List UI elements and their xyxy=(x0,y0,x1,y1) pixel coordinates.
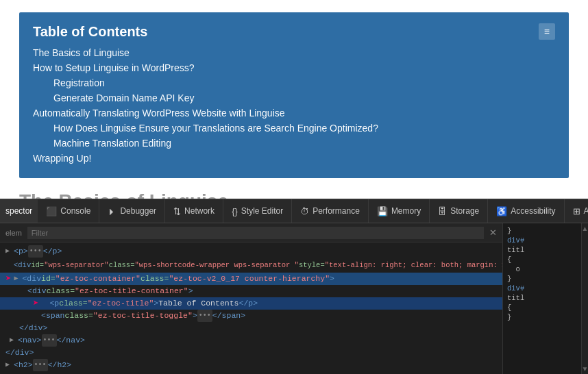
toc-link-item: How Does Linguise Ensure your Translatio… xyxy=(33,122,555,134)
filter-clear-button[interactable]: ✕ xyxy=(489,227,497,238)
toc-link[interactable]: The Basics of Linguise xyxy=(33,47,130,58)
tab-inspector[interactable]: spector xyxy=(0,199,38,223)
no-expand: ▶ xyxy=(19,285,27,297)
code-line[interactable]: ▶ <div class="ez-toc-title-container" > xyxy=(0,285,502,297)
right-panel-line: o xyxy=(507,264,577,274)
tab-style-editor-label: Style Editor xyxy=(241,206,283,216)
tab-storage-label: Storage xyxy=(450,206,479,216)
tab-memory[interactable]: 💾 Memory xyxy=(369,199,430,223)
expand-arrow[interactable]: ▶ xyxy=(5,245,14,258)
code-line[interactable]: </div> xyxy=(0,347,502,359)
tab-memory-label: Memory xyxy=(391,206,421,216)
right-panel: } div# titl { o } div# titl { } xyxy=(502,223,581,374)
right-panel-line: { xyxy=(507,255,577,264)
code-main: elem ✕ ▶ <p> ••• </p> ▶ <div id="wps-sep… xyxy=(0,223,502,374)
no-expand: ▶ xyxy=(33,310,41,322)
memory-icon: 💾 xyxy=(377,206,388,216)
toc-link[interactable]: Generate Domain Name API Key xyxy=(53,92,194,103)
toc-link-item: Automatically Translating WordPress Webs… xyxy=(33,107,555,119)
toc-link[interactable]: How Does Linguise Ensure your Translatio… xyxy=(53,123,378,134)
expand-arrow[interactable]: ▶ xyxy=(5,359,14,371)
red-arrow-indicator-2: ➤ xyxy=(33,297,38,310)
page-heading: The Basics of Linguise xyxy=(19,190,569,199)
toc-link-item: Registration xyxy=(33,77,555,89)
storage-icon: 🗄 xyxy=(438,206,447,216)
code-line[interactable]: ▶ <div id="wps-separator" class="wps-sho… xyxy=(0,258,502,273)
tab-debugger-label: Debugger xyxy=(120,206,156,216)
right-panel-line: } xyxy=(507,312,577,322)
no-expand: ▶ xyxy=(5,259,14,271)
tab-network[interactable]: ⇅ Network xyxy=(165,199,223,223)
toc-links: The Basics of LinguiseHow to Setup Lingu… xyxy=(33,47,555,164)
devtools-tabbar: spector ⬛ Console ⏵ Debugger ⇅ Network {… xyxy=(0,199,588,223)
right-panel-line: div# xyxy=(507,284,577,293)
toc-link[interactable]: How to Setup Linguise in WordPress? xyxy=(33,62,195,73)
scroll-down-button[interactable]: ▼ xyxy=(580,364,588,374)
red-arrow-indicator: ➤ xyxy=(5,273,11,285)
no-expand: ▶ xyxy=(41,297,49,310)
tab-console-label: Console xyxy=(60,206,90,216)
network-icon: ⇅ xyxy=(173,206,181,216)
code-panel: elem ✕ ▶ <p> ••• </p> ▶ <div id="wps-sep… xyxy=(0,223,588,374)
filter-input[interactable] xyxy=(27,227,484,239)
console-icon: ⬛ xyxy=(46,206,57,216)
toc-link-item: How to Setup Linguise in WordPress? xyxy=(33,62,555,74)
toc-widget: Table of Contents ≡ The Basics of Lingui… xyxy=(19,12,569,178)
scrollbar[interactable]: ▲ ▼ xyxy=(581,223,588,374)
tab-console[interactable]: ⬛ Console xyxy=(38,199,99,223)
tab-performance-label: Performance xyxy=(313,206,360,216)
toc-link-item: Wrapping Up! xyxy=(33,152,555,164)
style-editor-icon: {} xyxy=(232,206,238,216)
right-panel-line: titl xyxy=(507,245,577,255)
code-line[interactable]: </div> xyxy=(0,322,502,334)
code-line[interactable]: ▶ <span class="ez-toc-title-toggle" > ••… xyxy=(0,310,502,322)
tab-performance[interactable]: ⏱ Performance xyxy=(292,199,369,223)
debugger-icon: ⏵ xyxy=(108,206,117,216)
toc-link-item: Machine Translation Editing xyxy=(33,137,555,149)
code-line[interactable]: ▶ <nav> ••• </nav> xyxy=(0,334,502,347)
code-lines: ▶ <p> ••• </p> ▶ <div id="wps-separator"… xyxy=(0,242,502,374)
filter-label: elem xyxy=(5,229,22,237)
webpage-content: Table of Contents ≡ The Basics of Lingui… xyxy=(0,0,588,199)
code-line[interactable]: ▶ <p> ••• </p> xyxy=(0,245,502,258)
code-line-toc-container[interactable]: ➤ ▶ <div id="ez-toc-container" class="ez… xyxy=(0,273,502,285)
performance-icon: ⏱ xyxy=(300,206,309,216)
right-panel-line: titl xyxy=(507,293,577,303)
scroll-up-button[interactable]: ▲ xyxy=(580,223,588,234)
toc-link[interactable]: Machine Translation Editing xyxy=(53,138,171,149)
tab-debugger[interactable]: ⏵ Debugger xyxy=(99,199,165,223)
tab-application-label: Application xyxy=(584,206,588,216)
toc-toggle-button[interactable]: ≡ xyxy=(539,23,555,40)
right-panel-line: } xyxy=(507,274,577,284)
tab-accessibility[interactable]: ♿ Accessibility xyxy=(488,199,564,223)
right-panel-line: { xyxy=(507,303,577,312)
tab-storage[interactable]: 🗄 Storage xyxy=(430,199,488,223)
toc-link[interactable]: Wrapping Up! xyxy=(33,153,91,164)
right-panel-line: } xyxy=(507,226,577,236)
tab-style-editor[interactable]: {} Style Editor xyxy=(223,199,292,223)
accessibility-icon: ♿ xyxy=(496,206,507,216)
toc-link-item: The Basics of Linguise xyxy=(33,47,555,59)
tab-accessibility-label: Accessibility xyxy=(511,206,555,216)
toc-header: Table of Contents ≡ xyxy=(33,23,555,40)
toc-title: Table of Contents xyxy=(33,24,147,40)
toc-link[interactable]: Automatically Translating WordPress Webs… xyxy=(33,108,285,119)
toc-link[interactable]: Registration xyxy=(53,77,105,88)
tab-application[interactable]: ⊞ Application xyxy=(565,199,588,223)
expand-arrow[interactable]: ▶ xyxy=(14,273,22,285)
toc-link-item: Generate Domain Name API Key xyxy=(33,92,555,104)
code-line-toc-title[interactable]: ➤ ▶ <p class="ez-toc-title" > Table of C… xyxy=(0,297,502,310)
application-icon: ⊞ xyxy=(573,206,580,216)
filter-bar: elem ✕ xyxy=(0,223,502,242)
code-line[interactable]: ▶ <h2> ••• </h2> xyxy=(0,359,502,371)
tab-network-label: Network xyxy=(184,206,215,216)
right-panel-line: div# xyxy=(507,236,577,245)
expand-arrow[interactable]: ▶ xyxy=(10,334,18,347)
